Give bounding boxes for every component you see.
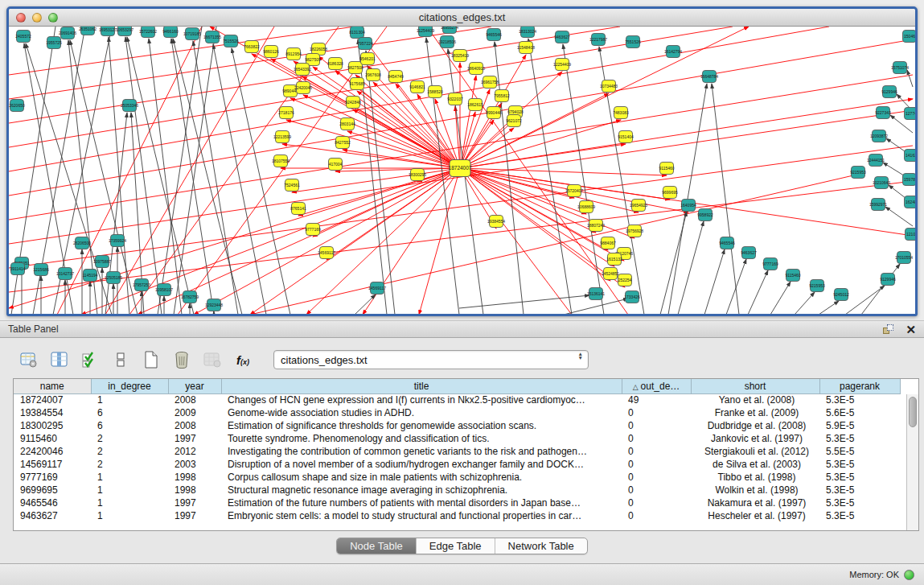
graph-node[interactable]: 15978 <box>903 174 916 186</box>
table-row[interactable]: 1872400712008Changes of HCN gene express… <box>14 393 900 406</box>
table-cell[interactable]: 5.9E-5 <box>819 419 900 432</box>
graph-node[interactable]: 1615132 <box>606 253 622 266</box>
table-cell[interactable]: 5.3E-5 <box>819 496 900 509</box>
graph-node[interactable]: 10653297 <box>116 27 133 36</box>
graph-node[interactable]: 16961758 <box>481 76 499 89</box>
table-cell[interactable]: 0 <box>622 445 691 458</box>
graph-node[interactable]: 12505185 <box>105 272 122 284</box>
citation-edge-black[interactable] <box>885 207 913 226</box>
graph-node[interactable]: 19218506 <box>438 36 456 48</box>
graph-node[interactable]: 18107554 <box>272 155 290 167</box>
table-cell[interactable]: 5.3E-5 <box>819 471 900 484</box>
graph-node[interactable]: 15992971 <box>869 199 887 211</box>
table-cell[interactable]: Franke et al. (2009) <box>691 406 819 419</box>
citation-edge-red[interactable] <box>81 168 460 314</box>
citation-edge-black[interactable] <box>564 299 628 314</box>
table-cell[interactable]: Genome-wide association studies in ADHD. <box>221 406 622 419</box>
citation-edge-red[interactable] <box>460 99 913 168</box>
column-header-in-degree[interactable]: in_degree <box>91 379 168 393</box>
table-cell[interactable]: Yano et al. (2008) <box>691 393 819 406</box>
table-cell[interactable]: 49 <box>622 393 691 406</box>
table-cell[interactable]: 0 <box>622 509 691 522</box>
citation-network-graph[interactable]: 2405572195572520691406263510621695312710… <box>9 27 915 314</box>
table-cell[interactable]: 5.3E-5 <box>819 393 900 406</box>
citation-edge-black[interactable] <box>704 249 725 314</box>
table-cell[interactable]: 2008 <box>168 419 221 432</box>
graph-node[interactable]: 18325419 <box>451 50 469 62</box>
column-header-out-degree[interactable]: △out_de… <box>622 379 691 393</box>
table-row[interactable]: 946554611997Estimation of the future num… <box>14 496 900 509</box>
table-cell[interactable]: 0 <box>622 406 691 419</box>
graph-node[interactable]: 7483083 <box>613 107 629 119</box>
graph-node[interactable]: 10688609 <box>577 201 595 213</box>
graph-node[interactable]: 9465546 <box>719 237 735 249</box>
table-row[interactable]: 969969511998Structural magnetic resonanc… <box>14 484 900 496</box>
graph-node[interactable]: 8912954 <box>285 48 302 60</box>
citation-edge-black[interactable] <box>193 41 238 314</box>
graph-node[interactable]: 9463627 <box>741 247 757 259</box>
graph-node[interactable]: 12774 <box>905 108 916 120</box>
show-columns-button[interactable] <box>48 349 71 370</box>
citation-edge-black[interactable] <box>726 259 746 314</box>
graph-node[interactable]: 9322037 <box>447 93 463 105</box>
graph-node[interactable]: 18807243 <box>587 220 605 232</box>
graph-node[interactable]: 1588520 <box>427 86 443 98</box>
graph-node[interactable]: 13142737 <box>56 268 74 280</box>
table-cell[interactable]: Tibbo et al. (1998) <box>691 471 819 484</box>
table-row[interactable]: 1938455462009Genome-wide association stu… <box>14 406 900 419</box>
column-header-pagerank[interactable]: pagerank <box>819 379 900 393</box>
graph-node[interactable]: 16142794 <box>664 46 682 58</box>
graph-node[interactable]: 1215686 <box>33 264 49 276</box>
table-cell[interactable]: Estimation of significance thresholds fo… <box>221 419 622 432</box>
graph-node[interactable]: 12217987 <box>589 34 607 46</box>
graph-node[interactable]: 9621072 <box>506 115 522 127</box>
close-panel-icon[interactable]: ✕ <box>906 323 916 336</box>
graph-node[interactable]: 16953127 <box>99 27 117 36</box>
table-cell[interactable]: Stergiakouli et al. (2012) <box>691 445 819 458</box>
citation-edge-black[interactable] <box>770 282 791 314</box>
table-cell[interactable]: 6 <box>91 406 168 419</box>
table-cell[interactable]: Disruption of a novel member of a sodium… <box>221 458 622 471</box>
graph-node[interactable]: 8131304 <box>349 27 365 39</box>
citation-edge-black[interactable] <box>660 212 687 314</box>
graph-node[interactable]: 7515526 <box>223 35 239 47</box>
table-cell[interactable]: Hescheler et al. (1997) <box>691 509 819 522</box>
select-mode-button[interactable] <box>79 349 101 370</box>
citation-edge-black[interactable] <box>366 51 395 314</box>
hub-node[interactable]: 18724007 <box>449 160 472 177</box>
citation-edge-red[interactable] <box>460 168 670 200</box>
graph-node[interactable]: 9146821 <box>409 81 425 93</box>
graph-node[interactable]: 17957253 <box>133 279 150 291</box>
citation-edge-black[interactable] <box>907 70 913 87</box>
citation-edge-red[interactable] <box>460 168 639 212</box>
graph-node[interactable]: 14569117 <box>318 247 335 259</box>
graph-node[interactable]: 9175685 <box>349 78 365 90</box>
graph-node[interactable]: 18313024 <box>519 27 536 38</box>
table-cell[interactable]: Wolkin et al. (1998) <box>691 484 819 496</box>
graph-node[interactable]: 9151404 <box>618 131 634 143</box>
table-cell[interactable]: 2 <box>91 445 168 458</box>
graph-node[interactable]: 9215953 <box>850 167 866 179</box>
table-cell[interactable]: Estimation of the future numbers of pati… <box>221 496 622 509</box>
graph-node[interactable]: 15751074 <box>891 62 909 74</box>
table-cell[interactable]: 1 <box>91 496 168 509</box>
citation-edge-red[interactable] <box>194 168 460 314</box>
graph-node[interactable]: 9546201 <box>359 53 376 65</box>
graph-node[interactable]: 26351062 <box>79 27 97 35</box>
graph-node[interactable]: 2620650 <box>9 100 25 112</box>
tab-network-table[interactable]: Network Table <box>495 538 587 554</box>
graph-node[interactable]: 7551526 <box>625 36 641 48</box>
table-cell[interactable]: 14569117 <box>14 458 91 471</box>
table-cell[interactable]: 1998 <box>168 484 221 496</box>
graph-node[interactable]: 15720407 <box>565 185 583 197</box>
graph-node[interactable]: 9777169 <box>305 224 321 236</box>
table-cell[interactable]: de Silva et al. (2003) <box>691 458 819 471</box>
citation-edge-black[interactable] <box>712 84 739 314</box>
graph-node[interactable]: 15046 <box>903 31 916 43</box>
graph-node[interactable]: 9777169 <box>762 258 778 270</box>
table-cell[interactable]: 2012 <box>168 445 221 458</box>
citation-edge-red[interactable] <box>9 27 829 171</box>
table-cell[interactable]: Nakamura et al. (1997) <box>691 496 819 509</box>
table-cell[interactable]: 18300295 <box>14 419 91 432</box>
graph-node[interactable]: 14569117 <box>368 282 386 295</box>
